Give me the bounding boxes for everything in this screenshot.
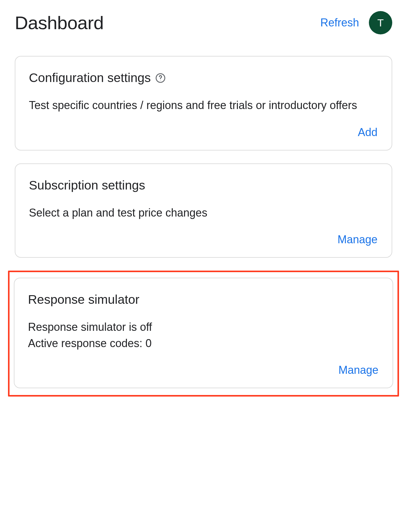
manage-button[interactable]: Manage [337,231,378,248]
card-subscription-settings: Subscription settings Select a plan and … [15,163,392,258]
card-configuration-settings: Configuration settings Test specific cou… [15,56,392,151]
manage-button[interactable]: Manage [338,362,379,378]
card-title-row: Subscription settings [29,178,378,193]
card-title-row: Response simulator [28,292,379,307]
card-response-simulator: Response simulator Response simulator is… [14,278,393,388]
card-description: Select a plan and test price changes [29,205,378,221]
card-codes-line: Active response codes: 0 [28,336,379,351]
page-title: Dashboard [15,12,104,33]
card-title-row: Configuration settings [29,71,378,85]
card-title: Configuration settings [29,71,151,85]
help-icon[interactable] [155,73,166,83]
avatar[interactable]: T [369,11,392,34]
refresh-button[interactable]: Refresh [320,16,359,29]
add-button[interactable]: Add [357,124,378,141]
svg-point-1 [160,80,161,80]
header-actions: Refresh T [320,11,392,34]
card-status-line: Response simulator is off [28,320,379,335]
card-title: Response simulator [28,292,139,307]
card-description: Test specific countries / regions and fr… [29,98,378,113]
highlight-annotation: Response simulator Response simulator is… [8,271,399,397]
card-title: Subscription settings [29,178,145,193]
page-header: Dashboard Refresh T [15,11,392,34]
